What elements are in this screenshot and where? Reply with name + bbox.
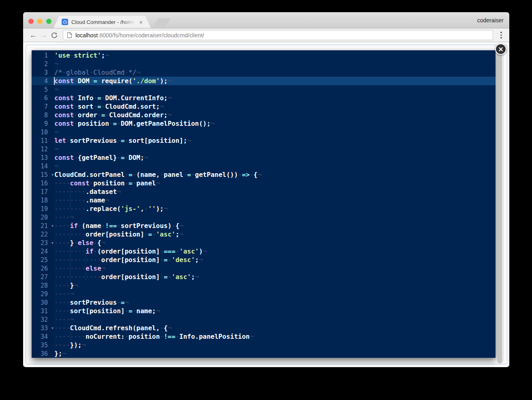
code-text: };¬	[54, 349, 496, 358]
line-number: 33	[41, 325, 48, 332]
code-text: ········.dataset¬	[54, 187, 496, 196]
code-text: ····}¬	[54, 281, 496, 290]
code-line: 18········.name¬	[32, 196, 496, 204]
reload-button[interactable]	[49, 32, 60, 39]
code-line: 31····sort[position]·=·name;¬	[32, 307, 496, 315]
gutter-cell: 16	[32, 179, 54, 187]
tab-title: Cloud Commander - /home/cod	[71, 19, 135, 25]
line-number: 7	[44, 103, 48, 110]
gutter-cell: 25	[32, 256, 54, 264]
line-number: 28	[41, 282, 48, 289]
fold-arrow-icon[interactable]: ▾	[51, 222, 54, 230]
line-number: 11	[41, 137, 48, 144]
gutter-cell: 5	[32, 85, 54, 94]
browser-menu-button[interactable]	[498, 32, 504, 39]
forward-button[interactable]: →	[39, 30, 49, 41]
code-text: let·sortPrevious·=·sort[position];¬	[54, 136, 496, 145]
gutter-cell: 7	[32, 102, 54, 111]
fold-arrow-icon[interactable]: ▾	[51, 324, 54, 332]
line-number: 35	[41, 342, 48, 349]
code-text: ········noCurrent:·position·!==·Info.pan…	[54, 332, 496, 341]
code-line: 20····¬	[32, 213, 496, 222]
line-number: 17	[41, 188, 48, 196]
address-bar[interactable]: localhost:8000/fs/home/coderaiser/cloudc…	[63, 30, 493, 40]
code-line: 29····¬	[32, 290, 496, 298]
gutter-cell: 15▾	[32, 170, 54, 179]
code-text: ········order[position]·=·'asc';¬	[54, 230, 496, 239]
gutter-cell: 14	[32, 162, 54, 170]
code-line: 16····const·position·=·panel¬	[32, 179, 496, 187]
code-line: 33▾····CloudCmd.refresh(panel,·{¬	[32, 324, 496, 332]
gutter-cell: 11	[32, 136, 54, 145]
line-number: 23	[41, 239, 48, 247]
line-number: 31	[41, 308, 48, 315]
gutter-cell: 1	[32, 51, 54, 60]
code-text: ¬	[54, 85, 496, 94]
tab-close-icon[interactable]: ×	[139, 19, 143, 25]
line-number: 25	[41, 256, 48, 264]
title-bar: Cloud Commander - /home/cod × coderaiser	[23, 12, 509, 28]
indent-guide	[86, 256, 86, 264]
gutter-cell: 27	[32, 273, 54, 281]
line-number: 6	[44, 95, 48, 102]
gutter-cell: 23▾	[32, 239, 54, 247]
code-text: ¬	[54, 60, 496, 68]
gutter-cell: 9	[32, 119, 54, 128]
code-line: 35····});¬	[32, 341, 496, 349]
indent-guide	[70, 264, 71, 273]
line-number: 3	[44, 69, 48, 76]
editor-close-button[interactable]: ×	[495, 43, 506, 55]
line-number: 5	[44, 86, 48, 93]
minimize-window-button[interactable]	[37, 19, 43, 24]
fold-arrow-icon[interactable]: ▾	[51, 239, 54, 247]
cloud-commander-favicon-icon	[62, 19, 68, 25]
line-number: 2	[44, 60, 48, 68]
line-number: 4	[44, 77, 48, 85]
code-line: 5¬	[32, 85, 496, 94]
code-text: ············order[position]·=·'desc';¬	[54, 256, 496, 264]
code-line: 3/*·global·CloudCmd·*/¬	[32, 68, 496, 77]
fold-arrow-icon[interactable]: ▾	[51, 170, 54, 179]
code-line: 17········.dataset¬	[32, 187, 496, 196]
line-number: 12	[41, 146, 48, 153]
gutter-cell: 35	[32, 341, 54, 349]
line-number: 15	[41, 171, 48, 178]
new-tab-button[interactable]	[153, 18, 171, 26]
code-text: ····¬	[54, 290, 496, 298]
url-host: localhost	[75, 32, 98, 39]
code-line: 13const·{getPanel}·=·DOM;¬	[32, 153, 496, 162]
gutter-cell: 20	[32, 213, 54, 222]
line-number: 19	[41, 205, 48, 213]
line-number: 21	[41, 222, 48, 230]
code-editor[interactable]: 1'use·strict';¬2¬3/*·global·CloudCmd·*/¬…	[32, 50, 496, 358]
reload-icon	[51, 32, 58, 39]
gutter-cell: 3	[32, 68, 54, 77]
indent-guide	[70, 230, 71, 239]
back-button[interactable]: ←	[28, 30, 39, 41]
indent-guide	[70, 273, 71, 281]
gutter-cell: 30	[32, 298, 54, 307]
scrollbar-thumb[interactable]	[497, 45, 502, 363]
code-line: 14¬	[32, 162, 496, 170]
browser-tab[interactable]: Cloud Commander - /home/cod ×	[54, 16, 151, 28]
code-text: const·position·=·DOM.getPanelPosition();…	[54, 119, 496, 128]
page-content: 1'use·strict';¬2¬3/*·global·CloudCmd·*/¬…	[23, 42, 509, 367]
close-window-button[interactable]	[28, 19, 34, 24]
code-text: ····sortPrevious·=¬	[54, 298, 496, 307]
gutter-cell: 36	[32, 349, 54, 358]
gutter-cell: 8	[32, 111, 54, 119]
scrollbar-track[interactable]	[497, 45, 504, 363]
code-line: 25············order[position]·=·'desc';¬	[32, 256, 496, 264]
indent-guide	[86, 273, 86, 281]
indent-guide	[70, 332, 71, 341]
text-cursor	[54, 77, 55, 85]
code-text: ····¬	[54, 213, 496, 222]
code-line: 30····sortPrevious·=¬	[32, 298, 496, 307]
gutter-cell: 13	[32, 153, 54, 162]
fullscreen-window-button[interactable]	[46, 19, 51, 24]
code-line: 2¬	[32, 60, 496, 68]
line-number: 13	[41, 154, 48, 161]
code-line: 24········if·(order[position]·===·'asc')…	[32, 247, 496, 256]
line-number: 14	[41, 163, 48, 170]
browser-window: Cloud Commander - /home/cod × coderaiser…	[23, 12, 509, 367]
